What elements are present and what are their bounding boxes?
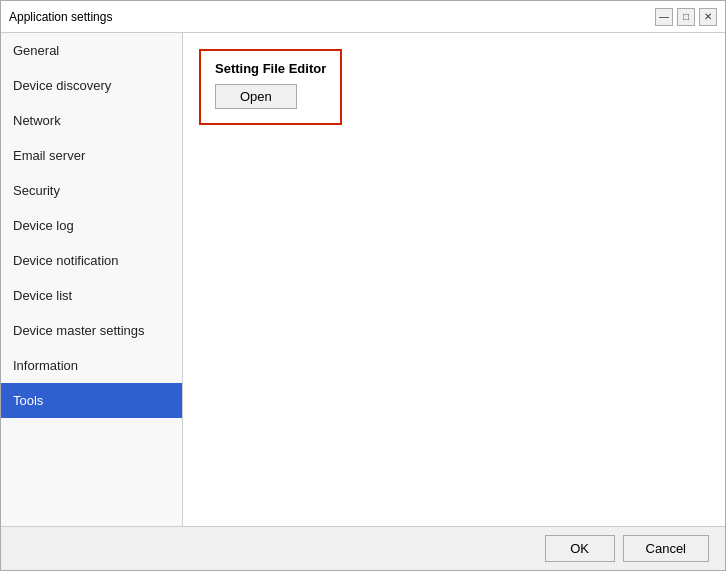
- window-title: Application settings: [9, 10, 112, 24]
- sidebar-scroll[interactable]: GeneralDevice discoveryNetworkEmail serv…: [1, 33, 182, 526]
- sidebar-item-general[interactable]: General: [1, 33, 182, 68]
- setting-file-editor-section: Setting File Editor Open: [199, 49, 342, 125]
- title-bar: Application settings — □ ✕: [1, 1, 725, 33]
- sidebar-item-security[interactable]: Security: [1, 173, 182, 208]
- application-window: Application settings — □ ✕ GeneralDevice…: [0, 0, 726, 571]
- sidebar-item-information[interactable]: Information: [1, 348, 182, 383]
- content-area: Setting File Editor Open: [183, 33, 725, 526]
- sidebar: GeneralDevice discoveryNetworkEmail serv…: [1, 33, 183, 526]
- sidebar-item-tools[interactable]: Tools: [1, 383, 182, 418]
- footer: OK Cancel: [1, 526, 725, 570]
- sidebar-item-device-notification[interactable]: Device notification: [1, 243, 182, 278]
- sidebar-item-network[interactable]: Network: [1, 103, 182, 138]
- open-button[interactable]: Open: [215, 84, 297, 109]
- ok-button[interactable]: OK: [545, 535, 615, 562]
- sidebar-item-device-discovery[interactable]: Device discovery: [1, 68, 182, 103]
- close-button[interactable]: ✕: [699, 8, 717, 26]
- window-controls: — □ ✕: [655, 8, 717, 26]
- sidebar-item-device-list[interactable]: Device list: [1, 278, 182, 313]
- sidebar-item-device-master-settings[interactable]: Device master settings: [1, 313, 182, 348]
- cancel-button[interactable]: Cancel: [623, 535, 709, 562]
- window-body: GeneralDevice discoveryNetworkEmail serv…: [1, 33, 725, 526]
- sidebar-item-device-log[interactable]: Device log: [1, 208, 182, 243]
- section-title: Setting File Editor: [215, 61, 326, 76]
- maximize-button[interactable]: □: [677, 8, 695, 26]
- sidebar-item-email-server[interactable]: Email server: [1, 138, 182, 173]
- minimize-button[interactable]: —: [655, 8, 673, 26]
